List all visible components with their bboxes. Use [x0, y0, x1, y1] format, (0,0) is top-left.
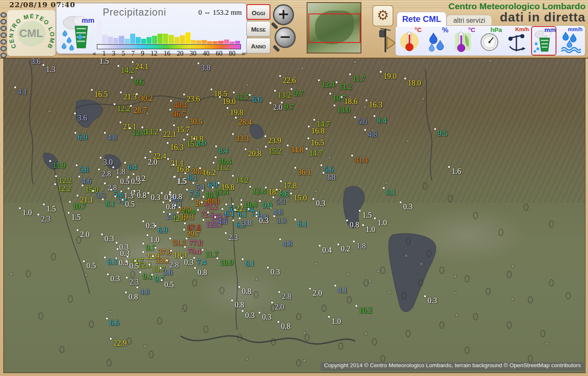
station-value: 9.7	[146, 244, 155, 253]
station-value: 2.8	[102, 170, 111, 179]
station-value: 15.7	[176, 125, 190, 134]
param-temperature[interactable]: °C	[398, 27, 422, 55]
station-value: 10.4	[218, 157, 232, 166]
faint-station-marker	[149, 351, 154, 358]
tab-rete-cml[interactable]: Rete CML	[397, 12, 446, 27]
station-value: 30.2	[139, 94, 153, 103]
station-value: 9.7	[155, 275, 164, 284]
param-dew-point[interactable]: °C	[452, 27, 475, 55]
zoom-out-button[interactable]: −	[275, 27, 296, 48]
lake-small	[250, 124, 264, 139]
station-value: 6.6	[252, 95, 262, 104]
faint-station-marker	[296, 359, 301, 367]
station-value: 8.4	[377, 116, 387, 125]
station-value: 0.3	[110, 275, 120, 283]
faint-station-marker	[51, 253, 56, 261]
station-value: 2.0	[313, 289, 322, 298]
station-value: 13.2	[278, 91, 291, 100]
square-station-marker	[405, 254, 408, 257]
settings-button[interactable]: ⚙	[372, 5, 393, 27]
faint-station-marker	[107, 359, 112, 367]
histogram-bar	[119, 36, 124, 44]
station-value: 16.5	[94, 90, 108, 99]
station-value: 0.8	[137, 191, 147, 200]
station-value: 8.1	[386, 188, 396, 197]
station-value: 1.0	[150, 235, 160, 244]
faint-station-marker	[89, 320, 94, 328]
station-value: 34.8	[290, 146, 304, 155]
faint-station-marker	[498, 229, 503, 236]
river-po	[181, 336, 355, 344]
station-value: 1.5	[99, 58, 109, 66]
faint-station-marker	[465, 347, 470, 354]
faint-station-marker	[372, 338, 377, 346]
histogram-bar	[168, 35, 174, 44]
square-station-marker	[377, 270, 380, 273]
faint-station-marker	[271, 338, 276, 346]
svg-text:mm: mm	[82, 16, 94, 24]
histogram-bar	[163, 34, 168, 44]
param-precipitation[interactable]: mm	[532, 27, 556, 55]
zoom-in-button[interactable]: +	[273, 4, 294, 25]
legend-tick: 16	[163, 50, 170, 57]
overview-minimap[interactable]	[307, 2, 361, 53]
param-pressure[interactable]: hPa	[478, 27, 502, 55]
square-station-marker	[48, 110, 51, 113]
station-value: 41.4	[355, 156, 368, 165]
period-button-oggi[interactable]: Oggi	[246, 4, 270, 20]
station-value: 29.7	[187, 230, 200, 239]
map-canvas[interactable]: 3.61.31.514.224.19.64.116.521.330.212.22…	[3, 58, 585, 373]
station-value: 2.3	[129, 278, 139, 287]
station-value: 14.7	[309, 149, 323, 158]
station-value: 12.4	[321, 80, 335, 89]
faint-station-marker	[38, 312, 43, 320]
station-value: 14.2	[235, 176, 249, 185]
legend-tick: 7	[131, 50, 135, 57]
legend-tick: 80	[229, 50, 235, 57]
square-station-marker	[85, 273, 88, 276]
station-value: 13.2	[145, 128, 158, 136]
param-humidity[interactable]: %	[425, 27, 449, 55]
station-value: 24.1	[135, 62, 149, 71]
square-station-marker	[144, 345, 147, 348]
station-value: 1.0	[331, 317, 341, 326]
param-rain-rate[interactable]: mm/h	[559, 27, 583, 55]
rain-rate-icon	[560, 29, 581, 53]
faint-station-marker	[549, 279, 554, 287]
station-value: 4.8	[368, 130, 377, 139]
station-value: 2.8	[282, 292, 291, 301]
faint-station-marker	[338, 342, 343, 350]
station-value: 1.8	[116, 168, 126, 176]
station-value: 0.5	[164, 280, 174, 289]
station-value: 6.1	[225, 209, 235, 218]
faint-station-marker	[540, 330, 545, 337]
station-value: 16.8	[176, 165, 190, 174]
square-station-marker	[369, 280, 372, 283]
station-value: 2.0	[80, 230, 90, 239]
faint-station-marker	[380, 267, 385, 274]
period-button-anno[interactable]: Anno	[246, 38, 270, 53]
param-label: mm	[545, 26, 556, 33]
station-value: 3.6	[31, 58, 41, 66]
station-value: 1.0	[366, 225, 375, 234]
faint-station-marker	[528, 355, 533, 363]
station-value: 3.0	[103, 158, 113, 167]
faint-station-marker	[237, 334, 242, 341]
station-value: 8.0	[197, 139, 206, 148]
faint-station-marker	[473, 313, 478, 320]
station-value: 20.8	[248, 149, 262, 158]
period-button-mese[interactable]: Mese	[246, 21, 270, 37]
param-wind[interactable]: Km/h	[505, 27, 529, 55]
station-value: 2.3	[41, 215, 51, 224]
station-value: 9.6	[134, 78, 144, 87]
histogram-bar	[235, 41, 240, 44]
histogram-bar	[152, 36, 157, 44]
station-value: 4.1	[338, 286, 347, 295]
station-value: 7.9	[190, 190, 199, 199]
histogram-bar	[130, 34, 135, 44]
square-station-marker	[545, 342, 548, 345]
station-value: 0.3	[245, 311, 255, 320]
tab-altri-servizi[interactable]: altri servizi	[446, 15, 492, 27]
square-station-marker	[388, 291, 391, 294]
station-value: 4.8	[107, 133, 117, 142]
